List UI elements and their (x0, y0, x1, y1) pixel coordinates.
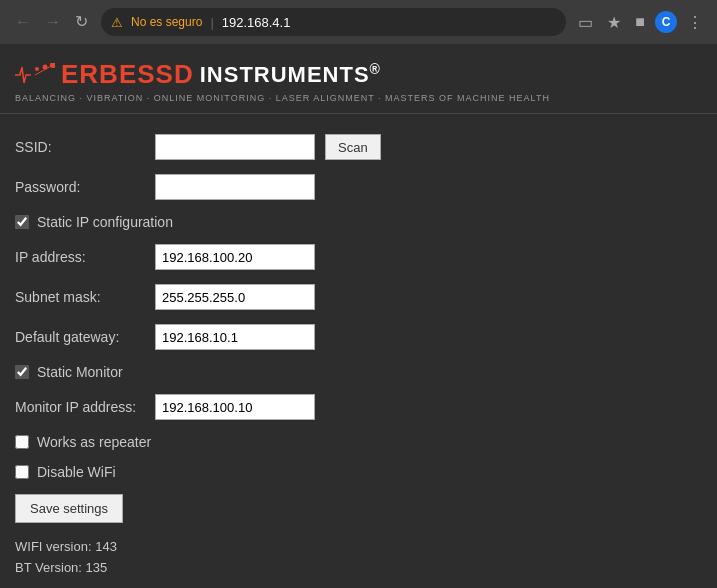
password-label: Password: (15, 179, 145, 195)
static-ip-checkbox[interactable] (15, 215, 29, 229)
monitor-ip-input[interactable] (155, 394, 315, 420)
scan-button[interactable]: Scan (325, 134, 381, 160)
disable-wifi-checkbox[interactable] (15, 465, 29, 479)
static-monitor-label: Static Monitor (37, 364, 123, 380)
ip-address-label: IP address: (15, 249, 145, 265)
ssid-row: SSID: Scan (15, 134, 702, 160)
ssid-input[interactable] (155, 134, 315, 160)
forward-button[interactable]: → (40, 12, 66, 32)
bt-version-label: BT Version: (15, 560, 82, 575)
menu-icon[interactable]: ⋮ (683, 11, 707, 34)
static-monitor-row: Static Monitor (15, 364, 702, 380)
reload-button[interactable]: ↻ (70, 12, 93, 32)
logo-waveform-icon (15, 63, 55, 87)
subnet-mask-label: Subnet mask: (15, 289, 145, 305)
bookmark-icon[interactable]: ★ (603, 11, 625, 34)
default-gateway-label: Default gateway: (15, 329, 145, 345)
wifi-version-line: WIFI version: 143 (15, 537, 702, 558)
repeater-row: Works as repeater (15, 434, 702, 450)
insecure-label: No es seguro (131, 15, 202, 29)
subnet-mask-row: Subnet mask: (15, 284, 702, 310)
tagline: BALANCING · VIBRATION · ONLINE MONITORIN… (15, 93, 702, 103)
url-text: 192.168.4.1 (222, 15, 291, 30)
warning-icon: ⚠ (111, 15, 123, 30)
logo-container: ERBESSD INSTRUMENTS® (15, 59, 702, 90)
static-monitor-checkbox[interactable] (15, 365, 29, 379)
address-bar[interactable]: ⚠ No es seguro | 192.168.4.1 (101, 8, 566, 36)
monitor-ip-label: Monitor IP address: (15, 399, 145, 415)
version-info: WIFI version: 143 BT Version: 135 (15, 537, 702, 579)
save-settings-button[interactable]: Save settings (15, 494, 123, 523)
static-ip-row: Static IP configuration (15, 214, 702, 230)
cast-icon[interactable]: ▭ (574, 11, 597, 34)
static-ip-label: Static IP configuration (37, 214, 173, 230)
default-gateway-input[interactable] (155, 324, 315, 350)
repeater-checkbox[interactable] (15, 435, 29, 449)
password-row: Password: (15, 174, 702, 200)
header: ERBESSD INSTRUMENTS® BALANCING · VIBRATI… (0, 44, 717, 114)
password-input[interactable] (155, 174, 315, 200)
ip-address-input[interactable] (155, 244, 315, 270)
extensions-icon[interactable]: ■ (631, 11, 649, 33)
wifi-version-value: 143 (95, 539, 117, 554)
profile-avatar[interactable]: C (655, 11, 677, 33)
page-content: ERBESSD INSTRUMENTS® BALANCING · VIBRATI… (0, 44, 717, 588)
disable-wifi-row: Disable WiFi (15, 464, 702, 480)
wifi-version-label: WIFI version: (15, 539, 92, 554)
bt-version-line: BT Version: 135 (15, 558, 702, 579)
svg-point-0 (35, 67, 39, 71)
ip-address-row: IP address: (15, 244, 702, 270)
logo-erbessd: ERBESSD (61, 59, 194, 90)
url-separator: | (210, 15, 213, 30)
form-area: SSID: Scan Password: Static IP configura… (0, 114, 717, 588)
default-gateway-row: Default gateway: (15, 324, 702, 350)
monitor-ip-row: Monitor IP address: (15, 394, 702, 420)
back-button[interactable]: ← (10, 12, 36, 32)
browser-chrome: ← → ↻ ⚠ No es seguro | 192.168.4.1 ▭ ★ ■… (0, 0, 717, 44)
bt-version-value: 135 (86, 560, 108, 575)
nav-buttons: ← → ↻ (10, 12, 93, 32)
subnet-mask-input[interactable] (155, 284, 315, 310)
logo-instruments: INSTRUMENTS® (200, 61, 381, 88)
disable-wifi-label: Disable WiFi (37, 464, 116, 480)
ssid-label: SSID: (15, 139, 145, 155)
repeater-label: Works as repeater (37, 434, 151, 450)
browser-actions: ▭ ★ ■ C ⋮ (574, 11, 707, 34)
